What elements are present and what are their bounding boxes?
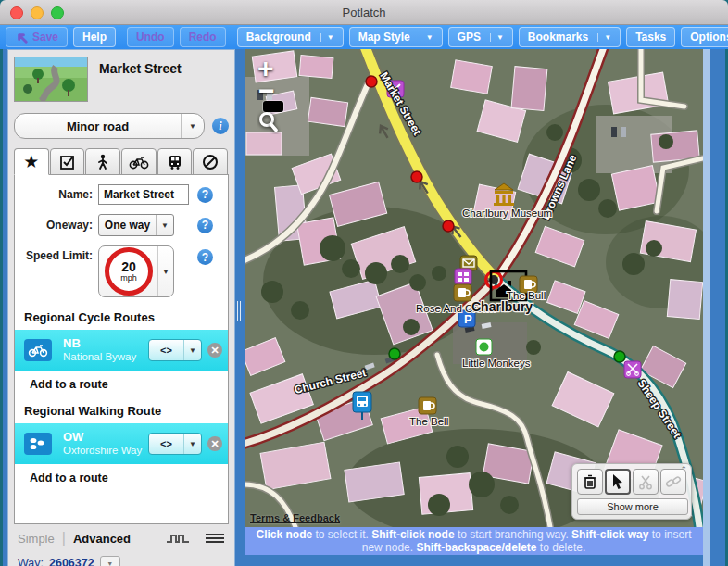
map-column: P	[245, 49, 703, 566]
add-to-cycle-route-link[interactable]: Add to a route	[15, 372, 228, 400]
tag-editor-panel: Name: ? Oneway: One way ▼ ? Speed Limit:	[14, 174, 229, 524]
speed-unit: mph	[120, 274, 137, 283]
save-label: Save	[32, 31, 58, 44]
checkbox-icon	[59, 154, 76, 170]
save-button[interactable]: Save	[6, 27, 68, 47]
poi-label-the-bull: The Bull	[507, 290, 546, 301]
route-row-ow[interactable]: OW Oxfordshire Way <> ▼ ✕	[15, 423, 228, 464]
gift-shop-icon[interactable]	[455, 269, 471, 284]
status-text: Click node to select it. Shift-click nod…	[252, 528, 697, 555]
poi-label-the-bell: The Bell	[409, 416, 448, 427]
route-name: Oxfordshire Way	[63, 445, 148, 458]
tab-transport[interactable]	[157, 148, 193, 175]
oneway-select[interactable]: One way ▼	[98, 214, 174, 236]
potlatch-window: Potlatch Save Help Undo Redo Background …	[0, 0, 728, 566]
zoom-window-button[interactable]	[51, 6, 64, 19]
delete-button[interactable]	[577, 469, 603, 495]
tab-tags[interactable]	[50, 148, 85, 175]
speed-limit-sign: 20 mph	[105, 247, 153, 296]
chevron-down-icon[interactable]: ▼	[157, 246, 173, 296]
route-row-nb[interactable]: NB National Byway <> ▼ ✕	[15, 330, 228, 371]
minimize-window-button[interactable]	[31, 6, 44, 19]
tool-palette: ⌃	[571, 463, 692, 520]
split-way-button[interactable]	[633, 469, 659, 495]
remove-route-button[interactable]: ✕	[207, 436, 222, 451]
window-title: Potlatch	[343, 6, 386, 19]
panel-splitter[interactable]	[235, 49, 245, 566]
content-area: Market Street Minor road ▼ i ★	[0, 49, 728, 566]
main-toolbar: Save Help Undo Redo Background ▼ Map Sty…	[0, 25, 728, 49]
options-button[interactable]: Options	[681, 27, 728, 47]
remove-route-button[interactable]: ✕	[207, 343, 222, 358]
junction-icon[interactable]	[166, 531, 190, 546]
name-input[interactable]	[98, 184, 189, 205]
route-text: NB National Byway	[63, 336, 148, 363]
tab-restrictions[interactable]	[193, 148, 228, 175]
chevron-down-icon[interactable]: ▼	[420, 33, 433, 42]
map-style-button[interactable]: Map Style ▼	[349, 27, 443, 47]
info-icon[interactable]: i	[212, 118, 229, 134]
feature-type-row: Minor road ▼ i	[8, 106, 234, 148]
add-to-walking-route-link[interactable]: Add to a route	[15, 466, 228, 494]
route-direction-button[interactable]: <> ▼	[148, 433, 202, 455]
gps-button[interactable]: GPS ▼	[448, 27, 513, 47]
menu-icon[interactable]	[205, 532, 225, 545]
tab-cycling[interactable]	[121, 148, 157, 175]
bus-icon	[167, 154, 183, 170]
chevron-down-icon[interactable]: ▼	[183, 340, 201, 360]
scissors-icon	[638, 473, 653, 490]
pub-icon[interactable]	[419, 397, 436, 414]
close-window-button[interactable]	[10, 6, 23, 19]
simple-mode-button[interactable]: Simple	[18, 532, 55, 546]
tab-walking[interactable]	[85, 148, 120, 175]
speed-limit-label: Speed Limit:	[15, 249, 98, 262]
speed-value: 20	[121, 260, 136, 273]
tasks-button[interactable]: Tasks	[626, 27, 675, 47]
tab-favourites[interactable]: ★	[14, 148, 49, 175]
map-canvas[interactable]: P	[245, 49, 703, 527]
aerial-imagery	[245, 49, 703, 527]
bicycle-icon	[129, 155, 149, 170]
oneway-label: Oneway:	[15, 219, 98, 232]
background-button[interactable]: Background ▼	[237, 27, 344, 47]
route-direction-button[interactable]: <> ▼	[148, 339, 202, 361]
help-icon[interactable]: ?	[197, 187, 213, 203]
undo-button[interactable]: Undo	[127, 27, 174, 47]
chevron-down-icon[interactable]: ▼	[320, 33, 334, 42]
help-icon[interactable]: ?	[197, 249, 213, 265]
chevron-down-icon[interactable]: ▼	[181, 114, 204, 138]
cycle-routes-heading: Regional Cycle Routes	[15, 307, 228, 330]
terms-feedback-link[interactable]: Terms & Feedback	[250, 512, 340, 523]
palette-resize-handle[interactable]: ⌃	[680, 465, 687, 474]
search-icon[interactable]	[257, 110, 281, 134]
route-code: OW	[63, 430, 148, 445]
panel-footer: Simple | Advanced Way: 2606372	[8, 524, 234, 566]
playground-icon[interactable]	[476, 339, 492, 355]
speed-limit-button[interactable]: 20 mph ▼	[98, 245, 174, 297]
select-tool-button[interactable]	[605, 469, 631, 495]
feature-type-select[interactable]: Minor road ▼	[14, 113, 205, 139]
chevron-down-icon[interactable]: ▼	[183, 434, 201, 454]
name-row: Name: ?	[15, 184, 228, 205]
help-icon[interactable]: ?	[197, 218, 213, 233]
show-more-button[interactable]: Show more	[577, 498, 688, 515]
bookmarks-button[interactable]: Bookmarks ▼	[519, 27, 621, 47]
way-id: 2606372	[49, 557, 94, 566]
advanced-mode-button[interactable]: Advanced	[73, 532, 131, 546]
chevron-down-icon[interactable]: ▼	[597, 33, 611, 42]
help-button[interactable]: Help	[73, 27, 116, 47]
traffic-lights	[10, 6, 64, 19]
pedestrian-icon	[95, 154, 110, 170]
pub-icon[interactable]	[454, 284, 471, 301]
redo-button[interactable]: Redo	[180, 27, 226, 47]
hairdresser-icon[interactable]	[624, 361, 641, 378]
splitter-grip-icon	[237, 301, 243, 321]
name-label: Name:	[15, 188, 98, 201]
oneway-value: One way	[99, 219, 156, 232]
cursor-icon	[610, 473, 625, 490]
cycle-route-icon	[24, 339, 52, 361]
chevron-down-icon[interactable]: ▼	[156, 215, 173, 235]
chevron-down-icon[interactable]: ▼	[490, 33, 504, 42]
way-menu-button[interactable]: ▼	[100, 556, 120, 566]
no-entry-icon	[202, 154, 219, 170]
